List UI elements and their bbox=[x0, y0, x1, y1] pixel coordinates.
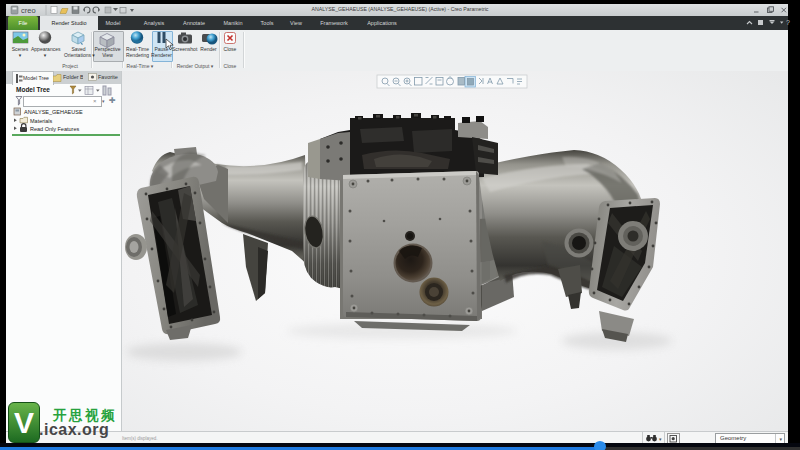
svg-text:?: ? bbox=[786, 19, 790, 26]
svg-text:Read Only Features: Read Only Features bbox=[30, 126, 79, 132]
svg-text:Materials: Materials bbox=[30, 118, 53, 124]
svg-text:ANALYSE_GEHAEUSE: ANALYSE_GEHAEUSE bbox=[24, 109, 83, 115]
svg-text:creo: creo bbox=[21, 6, 36, 15]
